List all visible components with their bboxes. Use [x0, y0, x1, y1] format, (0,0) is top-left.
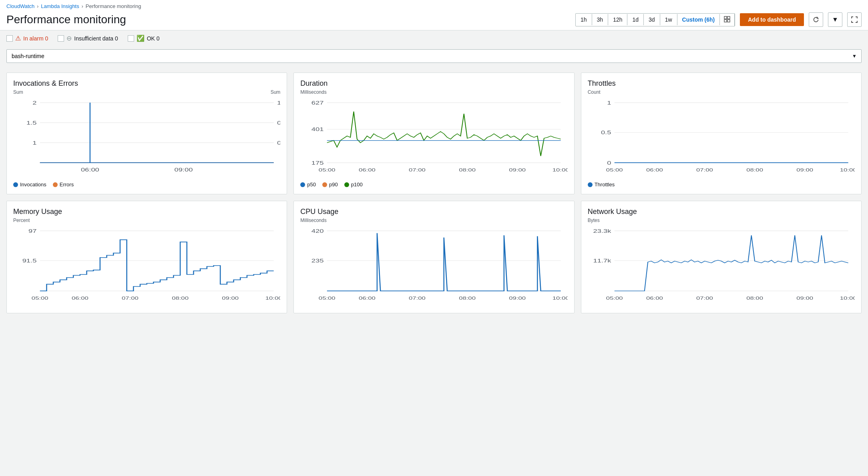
svg-text:0.5: 0.5 — [601, 130, 611, 135]
legend-errors: Errors — [53, 182, 74, 188]
time-1h[interactable]: 1h — [576, 14, 592, 25]
ok-label: OK 0 — [147, 35, 160, 42]
throttles-legend: Throttles — [588, 182, 855, 188]
svg-text:07:00: 07:00 — [122, 296, 139, 301]
svg-text:627: 627 — [311, 100, 324, 105]
throttles-y-label: Count — [588, 89, 855, 95]
insufficient-data-filter[interactable]: ⊖ Insufficient data 0 — [58, 34, 118, 42]
legend-p100: p100 — [344, 182, 363, 188]
legend-label-p90: p90 — [329, 182, 338, 188]
breadcrumb-lambda-insights[interactable]: Lambda Insights — [41, 3, 79, 9]
legend-dot-p90 — [322, 182, 327, 187]
svg-text:91.5: 91.5 — [22, 258, 37, 263]
in-alarm-label: In alarm 0 — [23, 35, 48, 42]
svg-text:420: 420 — [311, 228, 324, 234]
svg-text:05:00: 05:00 — [319, 296, 336, 301]
svg-text:06:00: 06:00 — [359, 296, 376, 301]
svg-text:401: 401 — [311, 127, 324, 132]
time-1d[interactable]: 1d — [627, 14, 644, 25]
invocations-y-label: Sum — [13, 89, 23, 95]
time-12h[interactable]: 12h — [608, 14, 627, 25]
in-alarm-checkbox[interactable] — [6, 35, 13, 42]
chevron-down-icon: ▼ — [832, 16, 838, 23]
svg-text:06:00: 06:00 — [359, 167, 376, 173]
invocations-title: Invocations & Errors — [13, 79, 280, 88]
svg-text:05:00: 05:00 — [32, 296, 48, 301]
ok-checkbox[interactable] — [128, 35, 134, 42]
network-card: Network Usage Bytes 23.3k 11.7k 05:00 06… — [581, 201, 862, 313]
breadcrumb: CloudWatch › Lambda Insights › Performan… — [6, 3, 862, 9]
svg-text:10:00: 10:00 — [840, 167, 855, 173]
add-to-dashboard-button[interactable]: Add to dashboard — [740, 13, 804, 26]
svg-rect-2 — [724, 20, 727, 22]
svg-rect-1 — [727, 16, 730, 19]
svg-rect-3 — [727, 20, 730, 22]
fullscreen-button[interactable] — [847, 12, 862, 27]
alarm-icon: ⚠ — [15, 34, 21, 42]
invocations-chart-area: 2 1.5 1 1 0.5 0 06:00 09:00 — [13, 98, 280, 178]
time-range-selector: 1h 3h 12h 1d 3d 1w Custom (6h) — [575, 13, 735, 26]
svg-text:97: 97 — [28, 228, 36, 234]
breadcrumb-cloudwatch[interactable]: CloudWatch — [6, 3, 34, 9]
svg-text:1.5: 1.5 — [26, 120, 37, 125]
svg-text:06:00: 06:00 — [72, 296, 88, 301]
time-custom[interactable]: Custom (6h) — [677, 14, 720, 25]
svg-text:23.3k: 23.3k — [593, 228, 611, 234]
memory-chart-area: 97 91.5 05:00 06:00 07:00 08:00 09:00 10… — [13, 226, 280, 307]
svg-text:07:00: 07:00 — [409, 167, 426, 173]
svg-text:08:00: 08:00 — [459, 296, 476, 301]
svg-text:11.7k: 11.7k — [593, 258, 611, 263]
ok-filter[interactable]: ✅ OK 0 — [128, 34, 160, 42]
throttles-title: Throttles — [588, 79, 855, 88]
settings-dropdown-button[interactable]: ▼ — [828, 12, 842, 27]
invocations-card: Invocations & Errors Sum Sum 2 1.5 1 1 0… — [6, 73, 287, 194]
legend-p90: p90 — [322, 182, 338, 188]
legend-dot-invocations — [13, 182, 18, 187]
svg-text:10:00: 10:00 — [553, 167, 568, 173]
svg-text:07:00: 07:00 — [696, 167, 713, 173]
svg-text:07:00: 07:00 — [696, 296, 713, 301]
svg-text:07:00: 07:00 — [409, 296, 426, 301]
grid-view-icon[interactable] — [720, 14, 735, 26]
refresh-button[interactable] — [809, 12, 823, 27]
breadcrumb-current: Performance monitoring — [86, 3, 141, 9]
svg-text:08:00: 08:00 — [746, 167, 763, 173]
duration-legend: p50 p90 p100 — [300, 182, 567, 188]
svg-text:235: 235 — [311, 258, 324, 263]
dropdown-bar: bash-runtime — [0, 46, 868, 66]
time-3d[interactable]: 3d — [644, 14, 660, 25]
svg-text:1: 1 — [607, 100, 611, 105]
network-chart-area: 23.3k 11.7k 05:00 06:00 07:00 08:00 09:0… — [588, 226, 855, 307]
svg-text:09:00: 09:00 — [174, 167, 193, 172]
invocations-y-right-label: Sum — [271, 89, 281, 95]
svg-text:0.5: 0.5 — [277, 120, 280, 125]
svg-text:08:00: 08:00 — [172, 296, 189, 301]
invocations-legend: Invocations Errors — [13, 182, 280, 188]
time-1w[interactable]: 1w — [660, 14, 677, 25]
function-select-wrapper[interactable]: bash-runtime — [6, 49, 862, 63]
svg-text:175: 175 — [311, 160, 324, 165]
cpu-title: CPU Usage — [300, 208, 567, 216]
cpu-card: CPU Usage Milliseconds 420 235 05:00 06:… — [293, 201, 574, 313]
svg-text:0: 0 — [607, 160, 611, 165]
time-3h[interactable]: 3h — [592, 14, 609, 25]
in-alarm-filter[interactable]: ⚠ In alarm 0 — [6, 34, 48, 42]
svg-text:05:00: 05:00 — [606, 296, 623, 301]
svg-text:09:00: 09:00 — [509, 296, 526, 301]
memory-y-label: Percent — [13, 218, 280, 223]
insufficient-checkbox[interactable] — [58, 35, 64, 42]
throttles-chart-area: 1 0.5 0 05:00 06:00 07:00 08:00 09:00 10… — [588, 98, 855, 178]
memory-card: Memory Usage Percent 97 91.5 05:00 06:00… — [6, 201, 287, 313]
svg-text:09:00: 09:00 — [222, 296, 239, 301]
duration-chart-area: 627 401 175 05:00 06:00 07:00 08:00 09:0… — [300, 98, 567, 178]
insufficient-label: Insufficient data 0 — [74, 35, 118, 42]
legend-label-errors: Errors — [60, 182, 74, 188]
legend-label-invocations: Invocations — [20, 182, 46, 188]
duration-card: Duration Milliseconds 627 401 175 05:00 … — [293, 73, 574, 194]
function-select[interactable]: bash-runtime — [6, 49, 862, 63]
filter-bar: ⚠ In alarm 0 ⊖ Insufficient data 0 ✅ OK … — [0, 30, 868, 46]
svg-rect-0 — [724, 16, 727, 19]
charts-grid: Invocations & Errors Sum Sum 2 1.5 1 1 0… — [0, 66, 868, 320]
legend-dot-errors — [53, 182, 58, 187]
svg-text:06:00: 06:00 — [646, 167, 663, 173]
